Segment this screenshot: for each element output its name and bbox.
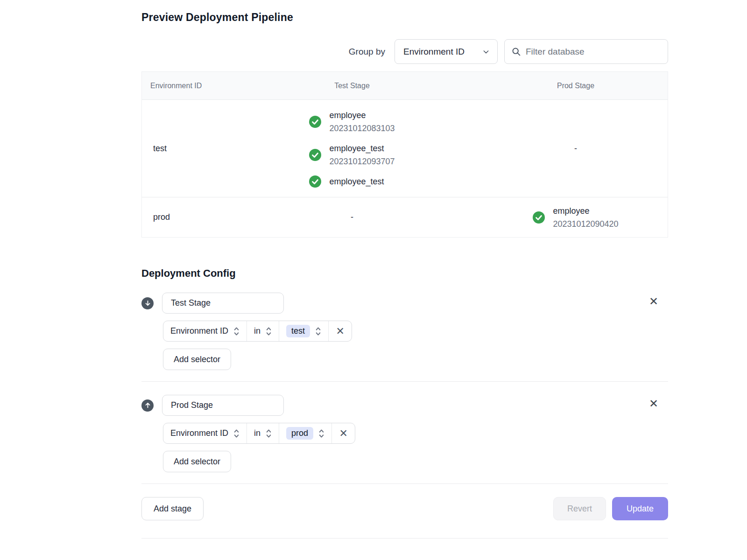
page-title: Preview Deployment Pipeline (141, 11, 668, 24)
pipeline-table-header: Environment ID Test Stage Prod Stage (142, 72, 668, 99)
task-list: employee 20231012083103 employee_test 20… (309, 100, 395, 197)
selector-operator-select[interactable]: in (247, 423, 279, 443)
add-stage-button[interactable]: Add stage (141, 497, 204, 520)
main-content: Preview Deployment Pipeline Group by Env… (141, 0, 668, 539)
test-stage-empty: - (221, 212, 483, 222)
selector-field-select[interactable]: Environment ID (163, 321, 247, 341)
column-header-prod-stage: Prod Stage (483, 82, 669, 90)
config-footer: Add stage Revert Update (141, 497, 668, 520)
updown-chevron-icon (318, 428, 324, 439)
filter-database-input[interactable] (526, 47, 661, 57)
group-by-value: Environment ID (403, 47, 465, 57)
prod-stage-empty: - (483, 144, 669, 154)
selector-value-select[interactable]: test (279, 321, 329, 341)
selector-operator-select[interactable]: in (247, 321, 279, 341)
schema-version: 20231012093707 (329, 155, 395, 168)
task-item[interactable]: employee_test 20231012093707 (309, 142, 395, 168)
filter-database-box[interactable] (504, 39, 668, 64)
pipeline-table: Environment ID Test Stage Prod Stage tes… (141, 71, 668, 238)
selector-operator-value: in (254, 428, 261, 438)
environment-label: prod (142, 212, 221, 222)
remove-selector-button[interactable]: ✕ (329, 321, 352, 341)
task-item[interactable]: employee_test (309, 175, 395, 188)
deployment-config-title: Deployment Config (141, 267, 668, 280)
remove-stage-button[interactable]: ✕ (648, 296, 659, 307)
updown-chevron-icon (266, 326, 272, 336)
stage-block-prod: ✕ Environment ID in prod ✕ Add selector (141, 395, 668, 484)
revert-button[interactable]: Revert (553, 497, 606, 520)
success-check-icon (533, 211, 545, 224)
database-name: employee (329, 109, 395, 122)
selector-value-tag: test (286, 325, 310, 337)
test-stage-cell: employee 20231012083103 employee_test 20… (221, 100, 483, 197)
prod-stage-cell: employee 20231012090420 (483, 204, 669, 231)
arrow-down-icon (141, 297, 154, 309)
updown-chevron-icon (233, 428, 240, 439)
group-by-select[interactable]: Environment ID (395, 39, 498, 64)
search-icon (511, 47, 521, 56)
selector-row: Environment ID in prod ✕ (163, 423, 355, 444)
updown-chevron-icon (266, 428, 272, 439)
stage-header (141, 293, 668, 314)
selector-row: Environment ID in test ✕ (163, 321, 352, 342)
database-name: employee (553, 204, 618, 217)
schema-version: 20231012090420 (553, 217, 618, 231)
database-name: employee_test (329, 175, 384, 188)
database-name: employee_test (329, 142, 395, 155)
stage-header (141, 395, 668, 416)
selector-value-select[interactable]: prod (279, 423, 332, 443)
add-selector-button[interactable]: Add selector (163, 451, 231, 472)
remove-selector-button[interactable]: ✕ (332, 423, 355, 443)
updown-chevron-icon (233, 326, 240, 336)
success-check-icon (309, 116, 321, 128)
stage-name-input[interactable] (162, 293, 284, 314)
environment-label: test (142, 144, 221, 154)
arrow-up-icon (141, 399, 154, 412)
selector-field-select[interactable]: Environment ID (163, 423, 247, 443)
schema-version: 20231012083103 (329, 122, 395, 135)
table-controls: Group by Environment ID (141, 39, 668, 64)
selector-field-value: Environment ID (170, 326, 228, 336)
remove-stage-button[interactable]: ✕ (648, 398, 659, 409)
success-check-icon (309, 175, 321, 188)
group-by-label: Group by (349, 47, 385, 57)
bottom-divider (141, 538, 668, 539)
stage-block-test: ✕ Environment ID in test ✕ Add selector (141, 293, 668, 382)
selector-operator-value: in (254, 326, 261, 336)
stage-name-input[interactable] (162, 395, 284, 416)
task-item[interactable]: employee 20231012090420 (533, 204, 618, 231)
success-check-icon (309, 149, 321, 161)
chevron-down-icon (482, 48, 490, 56)
update-button[interactable]: Update (612, 497, 668, 520)
column-header-test-stage: Test Stage (221, 82, 483, 90)
selector-value-tag: prod (286, 427, 313, 440)
table-row: prod - employee 20231012090420 (142, 197, 668, 237)
column-header-environment-id: Environment ID (142, 82, 221, 90)
table-row: test employee 20231012083103 employee_te… (142, 99, 668, 197)
updown-chevron-icon (315, 326, 321, 336)
task-item[interactable]: employee 20231012083103 (309, 109, 395, 135)
selector-field-value: Environment ID (170, 428, 228, 438)
add-selector-button[interactable]: Add selector (163, 349, 231, 370)
